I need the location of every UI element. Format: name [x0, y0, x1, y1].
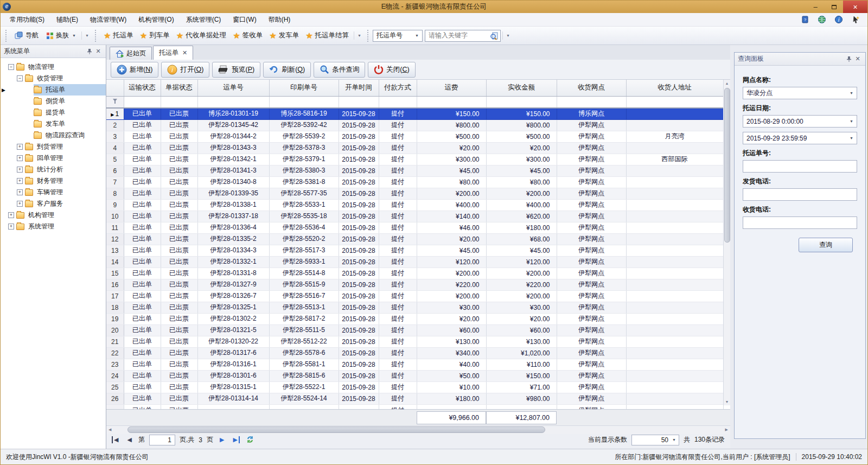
cell[interactable]: 提付: [379, 199, 417, 211]
site-name-select[interactable]: 华凌分点 ▼: [743, 87, 857, 99]
cell[interactable]: ¥620.00: [486, 211, 557, 222]
row-number-cell[interactable]: ▶1: [106, 108, 124, 119]
cell[interactable]: 伊犁28-5514-8: [269, 267, 339, 279]
cell[interactable]: ¥980.00: [486, 393, 557, 404]
cell[interactable]: 伊犁28-01327-9: [197, 279, 269, 290]
cell[interactable]: 已出票: [161, 279, 197, 290]
cell[interactable]: 提付: [379, 119, 417, 131]
row-number-cell[interactable]: 11: [106, 222, 124, 233]
cell[interactable]: 2015-09-28: [339, 302, 379, 313]
cell[interactable]: 伊犁网点: [557, 176, 626, 188]
cell[interactable]: ¥80.00: [417, 176, 486, 188]
cell[interactable]: 伊犁28-5392-42: [269, 119, 339, 131]
cell[interactable]: 已出单: [124, 199, 161, 211]
cell[interactable]: 已出单: [124, 256, 161, 267]
tree-item[interactable]: 物流跟踪查询: [1, 130, 106, 141]
cell[interactable]: 已出票: [161, 222, 197, 233]
close-button[interactable]: ×: [843, 1, 867, 13]
cell[interactable]: 伊犁28-5581-1: [269, 359, 339, 370]
filter-cell[interactable]: [626, 96, 723, 108]
cell[interactable]: 已出单: [124, 302, 161, 313]
filter-cell[interactable]: [557, 96, 626, 108]
tree-item[interactable]: +系统管理: [1, 221, 106, 232]
cell[interactable]: ¥200.00: [486, 267, 557, 279]
cell[interactable]: 2015-09-28: [339, 279, 379, 290]
cell[interactable]: 伊犁28-5815-6: [269, 370, 339, 381]
cell[interactable]: ¥45.00: [486, 165, 557, 176]
cell[interactable]: 2015-09-28: [339, 211, 379, 222]
cell[interactable]: 伊犁28-01340-8: [197, 176, 269, 188]
column-header[interactable]: 收货网点: [557, 80, 626, 96]
cell[interactable]: 伊犁28-01331-8: [197, 267, 269, 279]
cell[interactable]: 已出单: [124, 347, 161, 359]
cell[interactable]: 已出单: [124, 222, 161, 233]
cell[interactable]: 伊犁网点: [557, 290, 626, 302]
prev-page-button[interactable]: ◀: [125, 436, 133, 443]
cell[interactable]: 2015-09-28: [339, 256, 379, 267]
tree-item[interactable]: +到货管理: [1, 141, 106, 152]
cell[interactable]: ¥20.00: [417, 142, 486, 154]
filter-icon-cell[interactable]: [106, 96, 124, 108]
cell[interactable]: [626, 347, 723, 359]
waybill-number-input[interactable]: [743, 160, 857, 173]
minimize-button[interactable]: –: [806, 1, 825, 13]
menu-item[interactable]: 帮助(H): [263, 13, 297, 26]
filter-cell[interactable]: [161, 96, 197, 108]
row-number-cell[interactable]: 4: [106, 142, 124, 154]
date-to-select[interactable]: 2015-09-29 23:59:59 ▼: [743, 132, 857, 144]
cell[interactable]: 2015-09-28: [339, 233, 379, 245]
collapse-icon[interactable]: −: [8, 64, 14, 70]
row-number-cell[interactable]: 23: [106, 359, 124, 370]
tree-item[interactable]: +统计分析: [1, 164, 106, 175]
reload-icon[interactable]: [244, 436, 256, 444]
cell[interactable]: 提付: [379, 302, 417, 313]
column-header[interactable]: 印刷单号: [269, 80, 339, 96]
cell[interactable]: 提付: [379, 313, 417, 324]
cell[interactable]: 已出票: [161, 233, 197, 245]
cell[interactable]: 伊犁网点: [557, 233, 626, 245]
cell[interactable]: ¥400.00: [486, 199, 557, 211]
table-row[interactable]: 14已出单已出票伊犁28-01332-1伊犁28-5933-12015-09-2…: [106, 256, 723, 267]
table-row[interactable]: 20已出单已出票伊犁28-01321-5伊犁28-5511-52015-09-2…: [106, 324, 723, 336]
cell[interactable]: [626, 290, 723, 302]
cell[interactable]: ¥500.00: [486, 131, 557, 142]
tree-item[interactable]: 发车单: [1, 118, 106, 130]
cell[interactable]: 伊犁28-5515-9: [269, 279, 339, 290]
cell[interactable]: ¥340.00: [417, 347, 486, 359]
row-number-cell[interactable]: 9: [106, 199, 124, 211]
date-from-select[interactable]: 2015-08-29 0:00:00 ▼: [743, 115, 857, 128]
cell[interactable]: 已出票: [161, 199, 197, 211]
row-number-cell[interactable]: 21: [106, 336, 124, 347]
cell[interactable]: 已出单: [124, 267, 161, 279]
cell[interactable]: 伊犁28-5522-1: [269, 381, 339, 393]
vertical-scroll-thumb[interactable]: [724, 88, 730, 243]
cell[interactable]: 已出单: [124, 108, 161, 119]
cell[interactable]: 伊犁网点: [557, 131, 626, 142]
row-number-cell[interactable]: 25: [106, 381, 124, 393]
page-size-select[interactable]: 50 ▼: [631, 435, 679, 445]
row-number-cell[interactable]: 20: [106, 324, 124, 336]
menu-item[interactable]: 系统管理(C): [180, 13, 227, 26]
cell[interactable]: 已出单: [124, 131, 161, 142]
cell[interactable]: ¥50.00: [417, 370, 486, 381]
cell[interactable]: 已出单: [124, 188, 161, 199]
cell[interactable]: [626, 324, 723, 336]
cell[interactable]: 伊犁28-5511-5: [269, 324, 339, 336]
cell[interactable]: [626, 302, 723, 313]
cell[interactable]: 伊犁网点: [557, 245, 626, 256]
table-row[interactable]: 22已出单已出票伊犁28-01317-6伊犁28-5578-62015-09-2…: [106, 347, 723, 359]
cell[interactable]: ¥20.00: [417, 313, 486, 324]
expand-icon[interactable]: +: [17, 201, 23, 207]
cell[interactable]: ¥150.00: [417, 108, 486, 119]
cell[interactable]: 已出票: [161, 267, 197, 279]
cell[interactable]: ¥150.00: [486, 108, 557, 119]
info-icon[interactable]: i: [834, 15, 843, 24]
cell[interactable]: 已出票: [161, 313, 197, 324]
expand-icon[interactable]: +: [17, 144, 23, 150]
cell[interactable]: 伊犁网点: [557, 370, 626, 381]
cell[interactable]: ¥150.00: [486, 370, 557, 381]
cell[interactable]: 已出票: [161, 302, 197, 313]
cell[interactable]: 伊犁网点: [557, 324, 626, 336]
cell[interactable]: 已出单: [124, 336, 161, 347]
column-header[interactable]: 实收金额: [486, 80, 557, 96]
